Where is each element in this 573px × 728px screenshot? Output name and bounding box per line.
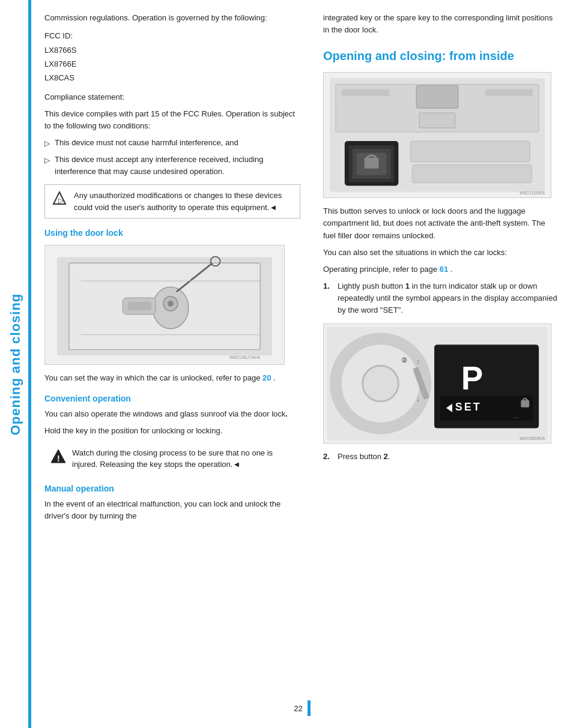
set-display-image: ↑ ↓ ② P SET bbox=[323, 323, 551, 444]
page-footer: 22 bbox=[31, 700, 573, 716]
svg-text:!: ! bbox=[57, 454, 60, 463]
dashboard-image: W0C31S05/A bbox=[323, 72, 551, 198]
compliance-label: Compliance statement: bbox=[44, 91, 300, 103]
operating-page-ref: 61 bbox=[440, 265, 448, 274]
unlock-text: You can set the way in which the car is … bbox=[44, 372, 300, 384]
button-text-2: You can also set the situations in which… bbox=[323, 247, 560, 259]
svg-text:↑: ↑ bbox=[416, 358, 420, 367]
convenient-text-1: You can also operate the windows and gla… bbox=[44, 408, 300, 420]
fcc-line4: LX8CAS bbox=[44, 71, 300, 85]
operating-principle-text: Operating principle, refer to page 61 . bbox=[323, 263, 560, 275]
note-text-1: Any unauthorized modifications or change… bbox=[74, 190, 294, 213]
step-2-num: 2. bbox=[323, 451, 333, 463]
main-content: Commission regulations. Operation is gov… bbox=[31, 0, 573, 728]
page-number: 22 bbox=[294, 704, 302, 713]
svg-text:SET: SET bbox=[455, 401, 482, 413]
bullet-list: ▷ This device must not cause harmful int… bbox=[44, 137, 300, 177]
fcc-line2: LX8766S bbox=[44, 43, 300, 57]
warning-triangle-icon: ! bbox=[50, 448, 66, 464]
convenient-text-part1: You can also operate the windows and gla… bbox=[44, 409, 285, 418]
svg-text:P: P bbox=[461, 359, 484, 397]
note-icon-1: ▷ bbox=[51, 191, 68, 205]
dashboard-svg: W0C31S05/A bbox=[324, 72, 551, 198]
unlock-text-end: . bbox=[273, 373, 276, 382]
section-heading-door-lock: Using the door lock bbox=[44, 228, 300, 238]
svg-rect-23 bbox=[419, 113, 455, 128]
step-1-text: Lightly push button 1 in the turn indica… bbox=[338, 280, 560, 316]
bullet-arrow-2: ▷ bbox=[44, 155, 50, 166]
svg-point-35 bbox=[363, 366, 399, 402]
svg-text:②: ② bbox=[401, 357, 407, 364]
fcc-line3: LX8766E bbox=[44, 57, 300, 71]
convenient-text-2: Hold the key in the position for unlocki… bbox=[44, 425, 300, 437]
svg-text:W0C35S05/A: W0C35S05/A bbox=[520, 437, 545, 441]
warning-box: ! Watch during the closing process to be… bbox=[44, 444, 300, 474]
triangle-icon: ▷ bbox=[52, 191, 67, 205]
section-heading-convenient: Convenient operation bbox=[44, 394, 300, 403]
fcc-block: FCC ID: LX8766S LX8766E LX8CAS bbox=[44, 29, 300, 85]
button-text-1: This button serves to unlock or lock doo… bbox=[323, 205, 560, 241]
page-container: Opening and closing Commission regulatio… bbox=[0, 0, 573, 728]
right-section-heading: Opening and closing: from inside bbox=[323, 48, 560, 64]
intro-text: Commission regulations. Operation is gov… bbox=[44, 12, 300, 24]
page-bar bbox=[308, 700, 311, 716]
svg-rect-42 bbox=[440, 396, 533, 421]
svg-rect-21 bbox=[485, 89, 533, 97]
right-intro-text: integrated key or the spare key to the c… bbox=[323, 12, 560, 36]
svg-rect-30 bbox=[412, 165, 532, 183]
step-2-text: Press button 2. bbox=[338, 451, 390, 463]
left-column: Commission regulations. Operation is gov… bbox=[31, 12, 312, 716]
step-1-bold: 1 bbox=[405, 281, 410, 290]
operating-text-part1: Operating principle, refer to page bbox=[323, 265, 437, 274]
manual-text: In the event of an electrical malfunctio… bbox=[44, 498, 300, 522]
sidebar: Opening and closing bbox=[0, 0, 31, 728]
svg-text:...: ... bbox=[512, 412, 518, 420]
svg-point-7 bbox=[168, 301, 174, 307]
bullet-arrow-1: ▷ bbox=[44, 138, 50, 149]
unlock-page-ref: 20 bbox=[262, 373, 271, 382]
svg-rect-20 bbox=[342, 89, 390, 97]
svg-rect-28 bbox=[365, 158, 379, 169]
step-1: 1. Lightly push button 1 in the turn ind… bbox=[323, 280, 560, 316]
warning-text: Watch during the closing process to be s… bbox=[72, 447, 294, 471]
compliance-text: This device complies with part 15 of the… bbox=[44, 108, 300, 132]
step-1-num: 1. bbox=[323, 280, 333, 292]
sidebar-bar bbox=[28, 0, 31, 728]
bullet-text-2: This device must accept any interference… bbox=[55, 154, 300, 177]
warning-icon-wrap: ! bbox=[50, 448, 66, 468]
steps-list: 1. Lightly push button 1 in the turn ind… bbox=[323, 280, 560, 316]
door-lock-svg: W0C28LCM/A bbox=[45, 245, 284, 365]
bullet-text-1: This device must not cause harmful inter… bbox=[55, 137, 238, 149]
step-2: 2. Press button 2. bbox=[323, 451, 560, 463]
set-display-svg: ↑ ↓ ② P SET bbox=[324, 323, 551, 444]
convenient-bold-dot: . bbox=[285, 409, 288, 418]
operating-text-end: . bbox=[450, 265, 453, 274]
svg-rect-11 bbox=[127, 302, 151, 310]
svg-text:W0C28LCM/A: W0C28LCM/A bbox=[229, 355, 261, 360]
svg-rect-22 bbox=[416, 86, 458, 109]
sidebar-text-wrapper: Opening and closing bbox=[8, 293, 23, 435]
section-heading-manual: Manual operation bbox=[44, 484, 300, 493]
bullet-item-1: ▷ This device must not cause harmful int… bbox=[44, 137, 300, 149]
svg-text:▷: ▷ bbox=[58, 196, 64, 205]
svg-rect-29 bbox=[410, 141, 530, 162]
steps-list-2: 2. Press button 2. bbox=[323, 451, 560, 463]
unlock-text-part1: You can set the way in which the car is … bbox=[44, 373, 260, 382]
fcc-line1: FCC ID: bbox=[44, 29, 300, 43]
sidebar-label: Opening and closing bbox=[8, 293, 23, 435]
svg-text:↓: ↓ bbox=[416, 395, 420, 403]
door-lock-image: W0C28LCM/A bbox=[44, 245, 285, 365]
page-number-area: 22 bbox=[294, 700, 310, 716]
note-box-1: ▷ Any unauthorized modifications or chan… bbox=[44, 184, 300, 218]
svg-rect-45 bbox=[521, 400, 529, 408]
right-column: integrated key or the spare key to the c… bbox=[312, 12, 573, 716]
bullet-item-2: ▷ This device must accept any interferen… bbox=[44, 154, 300, 177]
step-2-bold: 2 bbox=[384, 452, 388, 461]
svg-text:W0C31S05/A: W0C31S05/A bbox=[520, 191, 545, 196]
